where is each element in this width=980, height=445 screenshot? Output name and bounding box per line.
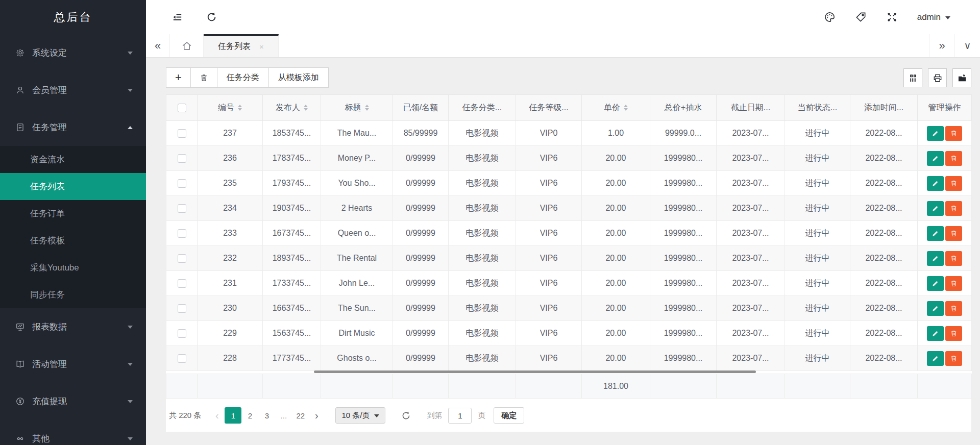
edit-button[interactable] <box>927 276 944 291</box>
edit-button[interactable] <box>927 351 944 366</box>
delete-button[interactable] <box>945 351 962 366</box>
delete-button[interactable] <box>945 326 962 341</box>
tab-task-list[interactable]: 任务列表 × <box>204 34 279 57</box>
chevron-down-icon <box>128 326 133 329</box>
export-button[interactable] <box>952 68 971 87</box>
page-number-22[interactable]: 22 <box>292 407 309 424</box>
delete-button[interactable] <box>945 176 962 191</box>
cell-level: VIP0 <box>516 121 582 146</box>
trash-icon <box>950 180 958 187</box>
table-row: 2281773745...Ghosts o...0/99999电影视频VIP62… <box>166 346 972 371</box>
cell-level: VIP6 <box>516 146 582 171</box>
collapse-menu-icon[interactable] <box>172 11 183 23</box>
fullscreen-icon[interactable] <box>886 11 898 23</box>
goto-page-input[interactable] <box>448 408 472 424</box>
sidebar-subitem-同步任务[interactable]: 同步任务 <box>0 281 146 308</box>
sidebar-item-其他[interactable]: 其他 <box>0 420 146 445</box>
sort-caret[interactable] <box>365 105 369 111</box>
edit-button[interactable] <box>927 301 944 316</box>
sidebar-subitem-任务列表[interactable]: 任务列表 <box>0 173 146 200</box>
select-all-checkbox[interactable] <box>178 104 186 112</box>
cell-added: 2022-08... <box>850 321 918 346</box>
delete-button[interactable] <box>945 251 962 266</box>
row-checkbox[interactable] <box>178 129 186 138</box>
sort-caret[interactable] <box>304 105 308 111</box>
reload-button[interactable] <box>401 410 411 421</box>
palette-icon[interactable] <box>824 11 836 23</box>
tabs-scroll-left-button[interactable]: « <box>146 34 170 57</box>
tab-label: 任务列表 <box>218 41 251 52</box>
sidebar-item-会员管理[interactable]: 会员管理 <box>0 71 146 109</box>
horizontal-scrollbar[interactable] <box>314 370 756 373</box>
tabs-menu-button[interactable]: ∨ <box>954 34 980 57</box>
delete-button[interactable] <box>945 276 962 291</box>
confirm-button[interactable]: 确定 <box>494 407 524 424</box>
cell-claimed: 0/99999 <box>393 196 449 221</box>
sidebar-item-任务管理[interactable]: 任务管理 <box>0 109 146 146</box>
sidebar-item-充值提现[interactable]: 充值提现 <box>0 383 146 420</box>
delete-button[interactable] <box>945 201 962 216</box>
row-checkbox[interactable] <box>178 254 186 263</box>
add-from-template-button[interactable]: 从模板添加 <box>268 67 329 88</box>
edit-button[interactable] <box>927 326 944 341</box>
delete-button[interactable] <box>945 151 962 166</box>
edit-button[interactable] <box>927 201 944 216</box>
row-checkbox[interactable] <box>178 204 186 213</box>
column-label: 任务等级... <box>529 103 568 113</box>
prev-page-button[interactable]: ‹ <box>209 407 225 424</box>
cell-category: 电影视频 <box>449 296 516 321</box>
toggle-columns-button[interactable] <box>903 68 922 87</box>
add-button[interactable]: + <box>166 67 191 88</box>
cell-publisher: 1733745... <box>263 271 321 296</box>
delete-selected-button[interactable] <box>190 67 217 88</box>
cell-claimed: 0/99999 <box>393 271 449 296</box>
sidebar-subitem-采集Youtube[interactable]: 采集Youtube <box>0 254 146 281</box>
task-category-button[interactable]: 任务分类 <box>217 67 269 88</box>
sort-caret[interactable] <box>624 105 628 111</box>
row-checkbox[interactable] <box>178 304 186 313</box>
print-button[interactable] <box>928 68 947 87</box>
sidebar-subitem-任务模板[interactable]: 任务模板 <box>0 227 146 254</box>
tag-icon[interactable] <box>855 11 867 23</box>
page-number-1[interactable]: 1 <box>225 407 241 424</box>
row-checkbox[interactable] <box>178 279 186 288</box>
sidebar-subitem-资金流水[interactable]: 资金流水 <box>0 146 146 173</box>
delete-button[interactable] <box>945 226 962 241</box>
delete-button[interactable] <box>945 301 962 316</box>
table-row: 2311733745...John Le...0/99999电影视频VIP620… <box>166 271 972 296</box>
trash-icon <box>200 73 208 82</box>
edit-button[interactable] <box>927 126 944 141</box>
user-menu[interactable]: admin <box>917 12 950 22</box>
cell-actions <box>918 221 972 246</box>
total-count: 共 220 条 <box>169 411 201 421</box>
edit-button[interactable] <box>927 176 944 191</box>
print-icon <box>933 73 943 83</box>
row-checkbox[interactable] <box>178 329 186 338</box>
tab-close-icon[interactable]: × <box>259 42 264 51</box>
edit-button[interactable] <box>927 151 944 166</box>
row-checkbox[interactable] <box>178 154 186 163</box>
sidebar-item-活动管理[interactable]: 活动管理 <box>0 345 146 383</box>
sort-caret[interactable] <box>238 105 242 111</box>
row-checkbox[interactable] <box>178 229 186 238</box>
summary-empty-cell <box>263 374 321 399</box>
cell-status: 进行中 <box>785 196 850 221</box>
edit-button[interactable] <box>927 251 944 266</box>
delete-button[interactable] <box>945 126 962 141</box>
sidebar-subitem-任务订单[interactable]: 任务订单 <box>0 200 146 227</box>
refresh-icon[interactable] <box>206 11 217 23</box>
cell-level: VIP6 <box>516 196 582 221</box>
row-checkbox[interactable] <box>178 179 186 188</box>
page-number-3[interactable]: 3 <box>258 407 275 424</box>
home-tab-button[interactable] <box>170 34 204 57</box>
next-page-button[interactable]: › <box>309 407 324 424</box>
row-checkbox[interactable] <box>178 354 186 363</box>
page-number-2[interactable]: 2 <box>241 407 258 424</box>
page-size-select[interactable]: 10 条/页 <box>335 407 385 424</box>
tabs-scroll-right-button[interactable]: » <box>929 34 954 57</box>
sidebar-item-系统设定[interactable]: 系统设定 <box>0 34 146 71</box>
edit-button[interactable] <box>927 226 944 241</box>
cell-deadline: 2023-07... <box>717 221 785 246</box>
cell-actions <box>918 321 972 346</box>
sidebar-item-报表数据[interactable]: 报表数据 <box>0 308 146 345</box>
